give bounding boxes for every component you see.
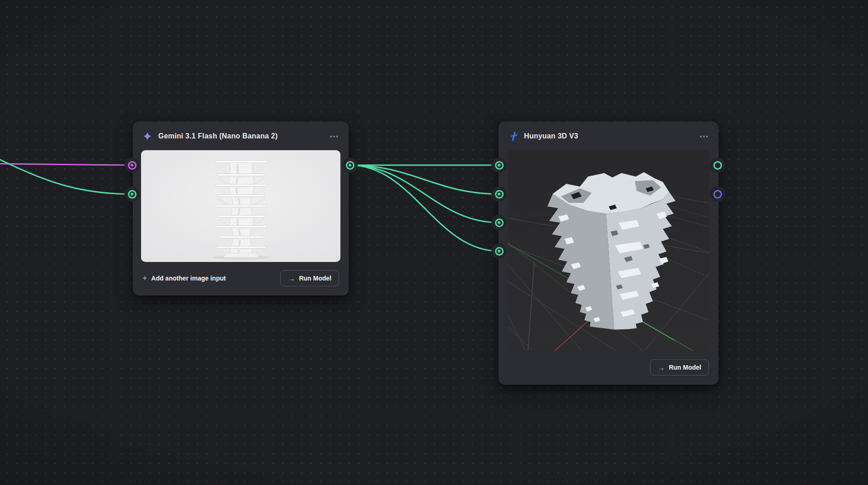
hunyuan-input-port-1[interactable]	[491, 157, 507, 173]
hunyuan-input-port-2[interactable]	[491, 186, 507, 202]
hunyuan-output-port-model[interactable]	[710, 157, 725, 173]
add-image-input-label: Add another image input	[151, 275, 226, 282]
lattice-tower-render	[141, 150, 340, 262]
node-gemini-header[interactable]: Gemini 3.1 Flash (Nano Banana 2) ⋯	[133, 122, 348, 150]
arrow-right-icon: →	[288, 275, 295, 282]
node-hunyuan-header[interactable]: Hunyuan 3D V3 ⋯	[499, 122, 718, 150]
gemini-input-port-prompt[interactable]	[124, 157, 140, 173]
hunyuan-input-port-4[interactable]	[491, 243, 507, 259]
node-gemini[interactable]: Gemini 3.1 Flash (Nano Banana 2) ⋯	[133, 122, 349, 295]
node-hunyuan[interactable]: Hunyuan 3D V3 ⋯	[499, 122, 718, 385]
hunyuan-run-model-button[interactable]: → Run Model	[650, 359, 709, 376]
hunyuan-input-port-3[interactable]	[491, 215, 507, 230]
gemini-sparkle-icon	[142, 131, 152, 141]
plus-icon: +	[142, 274, 147, 282]
arrow-right-icon: →	[658, 364, 665, 371]
hunyuan-logo-icon	[508, 131, 518, 141]
add-image-input-button[interactable]: + Add another image input	[142, 274, 226, 282]
gemini-run-model-button[interactable]: → Run Model	[280, 270, 339, 286]
gemini-input-port-image[interactable]	[124, 186, 140, 202]
wire-magenta-into-gemini[interactable]	[0, 164, 132, 165]
wires-layer	[0, 0, 868, 485]
gemini-output-port[interactable]	[342, 157, 358, 173]
hunyuan-output-port-secondary[interactable]	[710, 186, 725, 202]
wire-gemini-to-hunyuan-4[interactable]	[350, 165, 499, 251]
node-gemini-menu-button[interactable]: ⋯	[330, 132, 339, 141]
wire-gemini-to-hunyuan-3[interactable]	[350, 165, 499, 223]
node-gemini-title: Gemini 3.1 Flash (Nano Banana 2)	[158, 132, 324, 140]
gemini-output-image[interactable]	[141, 150, 340, 262]
node-hunyuan-title: Hunyuan 3D V3	[524, 132, 693, 140]
node-editor-canvas[interactable]: { "canvas": { "background": "#1d1e22", "…	[0, 0, 868, 485]
hunyuan-run-model-label: Run Model	[669, 364, 701, 371]
voxel-tower-render	[508, 150, 709, 351]
hunyuan-3d-viewport[interactable]	[508, 150, 709, 351]
gemini-run-model-label: Run Model	[299, 275, 331, 282]
node-hunyuan-menu-button[interactable]: ⋯	[699, 132, 709, 141]
